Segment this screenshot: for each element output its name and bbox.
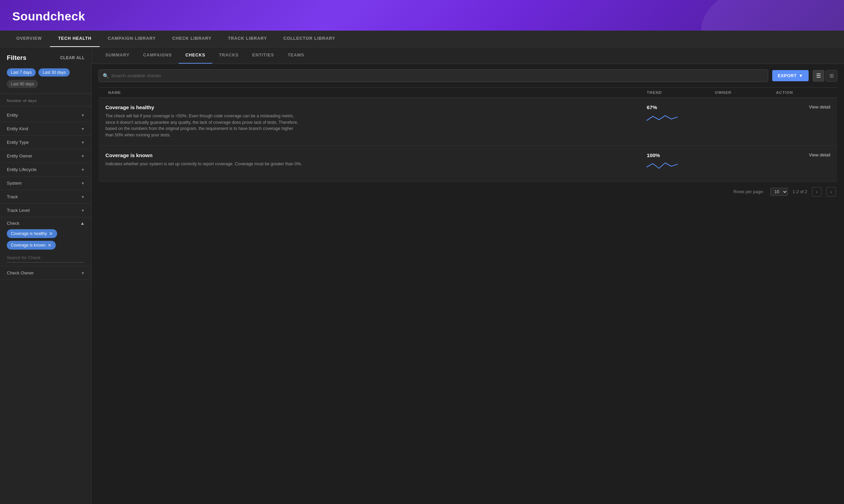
chip-last-7[interactable]: Last 7 days	[7, 68, 36, 77]
check-1-desc: The check will fail if your coverage is …	[105, 113, 303, 138]
sidebar: Filters CLEAR ALL Last 7 days Last 30 da…	[0, 47, 92, 504]
view-toggle: ☰ ⊞	[813, 70, 837, 82]
sub-tabs: SUMMARY CAMPAIGNS CHECKS TRACKS ENTITIES…	[92, 47, 844, 64]
checks-table: NAME TREND OWNER ACTION Coverage is heal…	[92, 87, 844, 182]
list-view-button[interactable]: ☰	[813, 70, 824, 82]
divider-2	[0, 106, 91, 106]
filter-track-label: Track	[7, 194, 18, 199]
check-name-col-1: Coverage is healthy The check will fail …	[105, 104, 647, 138]
nav-tech-health[interactable]: TECH HEALTH	[50, 31, 100, 47]
chip-coverage-healthy[interactable]: Coverage is healthy ✕	[7, 229, 57, 238]
filter-track-level[interactable]: Track Level ▼	[0, 204, 91, 217]
table-row: Coverage is healthy The check will fail …	[99, 98, 837, 146]
filter-check-owner[interactable]: Check Owner ▼	[0, 266, 91, 280]
chip-coverage-known[interactable]: Coverage is known ✕	[7, 241, 56, 250]
filter-entity-label: Entity	[7, 113, 18, 118]
clear-all-button[interactable]: CLEAR ALL	[60, 55, 85, 60]
filters-title: Filters	[7, 54, 27, 62]
header: Soundcheck	[0, 0, 844, 31]
search-input[interactable]	[99, 69, 768, 82]
chip-last-30[interactable]: Last 30 days	[38, 68, 70, 77]
check-2-action: View detail	[776, 152, 830, 157]
filter-entity-lifecycle[interactable]: Entity Lifecycle ▼	[0, 163, 91, 177]
chip-last-90-label: Last 90 days	[11, 82, 34, 86]
tab-checks[interactable]: CHECKS	[179, 47, 212, 64]
chip-last-7-label: Last 7 days	[11, 70, 32, 75]
app-title: Soundcheck	[12, 10, 832, 23]
grid-view-button[interactable]: ⊞	[826, 70, 837, 82]
check-1-trend-value: 67%	[647, 104, 657, 110]
check-2-sparkline	[647, 161, 677, 174]
filter-track[interactable]: Track ▼	[0, 190, 91, 204]
tab-entities[interactable]: ENTITIES	[246, 47, 281, 64]
rows-per-page-label: Rows per page:	[733, 189, 764, 194]
chip-last-30-label: Last 30 days	[43, 70, 66, 75]
filter-system-label: System	[7, 181, 22, 186]
filter-entity[interactable]: Entity ▼	[0, 108, 91, 122]
chip-coverage-known-label: Coverage is known	[11, 243, 46, 248]
time-filter-chips: Last 7 days Last 30 days	[0, 65, 91, 80]
chip-last-90[interactable]: Last 90 days	[7, 80, 38, 88]
filter-system-chevron-icon: ▼	[81, 181, 85, 185]
check-2-trend: 100%	[647, 152, 715, 174]
view-detail-button-1[interactable]: View detail	[809, 104, 830, 110]
tab-tracks[interactable]: TRACKS	[212, 47, 246, 64]
check-1-trend: 67%	[647, 104, 715, 127]
filter-entity-chevron-icon: ▼	[81, 113, 85, 117]
col-action: ACTION	[776, 90, 830, 95]
chip-coverage-healthy-label: Coverage is healthy	[11, 231, 47, 236]
nav-collector-library[interactable]: COLLECTOR LIBRARY	[275, 31, 343, 47]
filter-entity-owner[interactable]: Entity Owner ▼	[0, 149, 91, 163]
divider-1	[0, 94, 91, 94]
main-layout: Filters CLEAR ALL Last 7 days Last 30 da…	[0, 47, 844, 504]
tab-teams[interactable]: TEAMS	[281, 47, 311, 64]
col-trend: TREND	[647, 90, 715, 95]
col-name: NAME	[105, 90, 647, 95]
search-icon: 🔍	[103, 73, 109, 79]
filter-check-owner-chevron-icon: ▼	[81, 271, 85, 275]
col-owner: OWNER	[715, 90, 776, 95]
check-name-col-2: Coverage is known Indicates whether your…	[105, 152, 647, 167]
check-chips: Coverage is healthy ✕ Coverage is known …	[7, 229, 85, 250]
export-chevron-icon: ▼	[799, 73, 803, 78]
check-section-toggle[interactable]: Check ▲	[7, 221, 85, 226]
prev-page-button[interactable]: ‹	[812, 187, 822, 197]
filter-entity-kind[interactable]: Entity Kind ▼	[0, 122, 91, 136]
filter-check-owner-label: Check Owner	[7, 270, 34, 275]
filter-entity-kind-chevron-icon: ▼	[81, 127, 85, 131]
content-area: SUMMARY CAMPAIGNS CHECKS TRACKS ENTITIES…	[92, 47, 844, 504]
search-for-check-input[interactable]	[7, 253, 85, 263]
check-2-trend-value: 100%	[647, 152, 660, 158]
table-row: Coverage is known Indicates whether your…	[99, 146, 837, 182]
time-filter-chips-2: Last 90 days	[0, 80, 91, 91]
check-filter-section: Check ▲ Coverage is healthy ✕ Coverage i…	[0, 217, 91, 266]
check-section-label: Check	[7, 221, 19, 226]
search-container: 🔍	[99, 69, 768, 82]
filter-entity-owner-label: Entity Owner	[7, 153, 32, 158]
filter-entity-type[interactable]: Entity Type ▼	[0, 136, 91, 149]
nav-overview[interactable]: OVERVIEW	[8, 31, 50, 47]
filter-entity-type-chevron-icon: ▼	[81, 140, 85, 145]
table-header: NAME TREND OWNER ACTION	[99, 87, 837, 98]
filter-track-chevron-icon: ▼	[81, 195, 85, 199]
filter-system[interactable]: System ▼	[0, 177, 91, 190]
filter-entity-kind-label: Entity Kind	[7, 126, 28, 131]
chip-coverage-known-remove-icon[interactable]: ✕	[48, 242, 52, 248]
export-button[interactable]: EXPORT ▼	[772, 70, 809, 81]
check-1-action: View detail	[776, 104, 830, 110]
filter-entity-type-label: Entity Type	[7, 140, 29, 145]
export-label: EXPORT	[778, 73, 797, 78]
tab-summary[interactable]: SUMMARY	[99, 47, 136, 64]
next-page-button[interactable]: ›	[826, 187, 836, 197]
check-1-name: Coverage is healthy	[105, 104, 647, 110]
page-range-label: 1-2 of 2	[793, 189, 807, 194]
number-of-days-label: Number of days	[0, 96, 91, 104]
check-1-sparkline	[647, 113, 677, 127]
nav-check-library[interactable]: CHECK LIBRARY	[164, 31, 220, 47]
rows-per-page-select[interactable]: 10 25 50	[770, 188, 788, 196]
nav-campaign-library[interactable]: CAMPAIGN LIBRARY	[100, 31, 164, 47]
tab-campaigns[interactable]: CAMPAIGNS	[136, 47, 179, 64]
view-detail-button-2[interactable]: View detail	[809, 152, 830, 157]
chip-coverage-healthy-remove-icon[interactable]: ✕	[49, 231, 53, 236]
nav-track-library[interactable]: TRACK LIBRARY	[220, 31, 275, 47]
